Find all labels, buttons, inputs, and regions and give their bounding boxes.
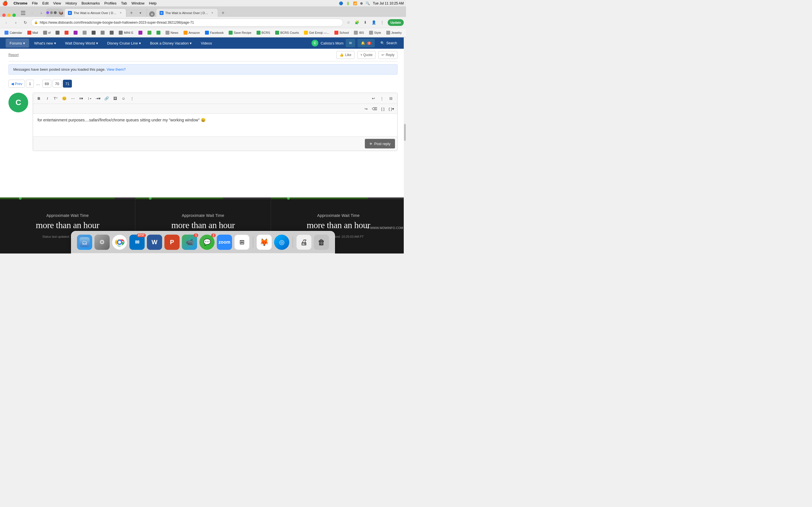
bookmark-amazon[interactable]: Amazon xyxy=(181,30,202,36)
minimize-window-btn[interactable] xyxy=(7,13,11,17)
bookmark-mini-e[interactable]: MINI E xyxy=(116,30,136,36)
redo-btn[interactable]: ↪ xyxy=(362,105,370,112)
preview-btn[interactable]: ⊟ xyxy=(387,95,395,102)
forward-nav-btn[interactable]: › xyxy=(12,18,20,26)
address-bar[interactable]: 🔒 https://www.disboards.com/threads/oogi… xyxy=(31,18,343,26)
dock-trash[interactable]: 🗑 xyxy=(314,235,329,250)
bookmark-style[interactable]: Style xyxy=(367,30,383,36)
bookmark-ibs[interactable]: IBS xyxy=(352,30,366,36)
link-btn[interactable]: 🔗 xyxy=(103,95,110,102)
tab-close-2[interactable]: × xyxy=(210,11,214,15)
history-menu[interactable]: History xyxy=(65,1,77,5)
bookmark-c1[interactable] xyxy=(53,30,62,36)
list-btn[interactable]: ≡▾ xyxy=(78,95,85,102)
dock-safari[interactable]: ◎ xyxy=(274,235,289,250)
profiles-menu[interactable]: Profiles xyxy=(104,1,116,5)
bookmark-calendar[interactable]: Calendar xyxy=(2,30,24,36)
tab-close-active[interactable]: × xyxy=(119,11,123,15)
apple-menu[interactable]: 🍎 xyxy=(2,1,8,6)
help-menu[interactable]: Help xyxy=(149,1,157,5)
text-size-btn[interactable]: T⁺ xyxy=(52,95,59,102)
dock-finder[interactable]: 🗂 xyxy=(77,235,92,250)
page-prev-btn[interactable]: ◀ Prev xyxy=(8,80,25,88)
download-btn[interactable]: ⬇ xyxy=(362,19,369,26)
forward-btn[interactable]: › xyxy=(37,9,45,17)
profile-btn[interactable]: 👤 xyxy=(370,19,377,26)
scrollbar-thumb[interactable] xyxy=(404,124,406,141)
quote-btn[interactable]: + Quote xyxy=(357,51,375,59)
page-btn-70[interactable]: 70 xyxy=(52,80,61,88)
bold-btn[interactable]: B xyxy=(35,95,43,102)
tab-group-left[interactable]: 🦦 xyxy=(46,8,63,17)
dock-printer[interactable]: 🖨 xyxy=(296,235,312,250)
page-btn-69[interactable]: 69 xyxy=(42,80,51,88)
bookmark-c2[interactable] xyxy=(107,30,116,36)
tab-menu[interactable]: Tab xyxy=(121,1,127,5)
app-name[interactable]: Chrome xyxy=(13,1,28,5)
reply-btn[interactable]: ↩ Reply xyxy=(378,51,398,59)
forum-nav-forums[interactable]: Forums ▾ xyxy=(6,39,29,48)
bookmark-n[interactable] xyxy=(145,30,154,36)
editor-content[interactable]: for entertainment purposes....safari/fir… xyxy=(33,114,397,136)
bookmark-facebook[interactable]: Facebook xyxy=(203,30,226,36)
bookmark-school[interactable]: School xyxy=(332,30,351,36)
alert-btn[interactable]: 🔔 2 xyxy=(357,39,375,47)
user-name[interactable]: Calista's Mom xyxy=(320,41,343,45)
page-btn-71-active[interactable]: 71 xyxy=(63,80,72,88)
italic-btn[interactable]: I xyxy=(44,95,51,102)
bookmark-bcrs-courts[interactable]: BCRS Courts xyxy=(273,30,301,36)
forum-nav-dcl[interactable]: Disney Cruise Line ▾ xyxy=(103,39,145,48)
tab-second-window[interactable]: D The Wait is Almost Over | Disn × xyxy=(156,8,218,17)
bookmark-bcrs[interactable]: BCRS xyxy=(254,30,273,36)
more-btn[interactable]: ⋮ xyxy=(128,95,136,102)
new-tab-btn[interactable]: + xyxy=(128,9,135,17)
reload-btn[interactable]: ↻ xyxy=(21,18,29,26)
align-btn[interactable]: ⫶▾ xyxy=(86,95,93,102)
bookmark-sf[interactable]: sf xyxy=(41,30,53,36)
bookmark-star-btn[interactable]: ☆ xyxy=(345,19,352,26)
dock-microsoft[interactable]: ⊞ xyxy=(234,235,250,250)
bookmark-b2[interactable] xyxy=(154,30,163,36)
bookmark-mail2[interactable] xyxy=(62,30,71,36)
eraser-btn[interactable]: ⌫ xyxy=(371,105,378,112)
bookmark-f1[interactable] xyxy=(71,30,80,36)
like-btn[interactable]: 👍 Like xyxy=(336,51,354,59)
forum-nav-wdw[interactable]: Walt Disney World ▾ xyxy=(61,39,102,48)
view-menu[interactable]: View xyxy=(53,1,61,5)
bookmark-f2[interactable] xyxy=(80,30,89,36)
dock-zoom[interactable]: zoom xyxy=(217,235,232,250)
bookmarks-menu[interactable]: Bookmarks xyxy=(82,1,100,5)
bookmark-mail[interactable]: Mail xyxy=(25,30,40,36)
dock-outlook[interactable]: ✉ 8737 xyxy=(130,235,145,250)
tab-menu-btn[interactable]: ▾ xyxy=(137,9,144,17)
search-icon[interactable]: 🔍 xyxy=(366,1,370,5)
more-formatting-btn[interactable]: ⋯ xyxy=(69,95,77,102)
emoji-btn[interactable]: ☺ xyxy=(120,95,127,102)
image-btn[interactable]: 🖼 xyxy=(111,95,119,102)
window-menu[interactable]: Window xyxy=(132,1,144,5)
post-reply-btn[interactable]: ✈ Post reply xyxy=(365,139,395,149)
notification-link[interactable]: View them? xyxy=(107,67,126,71)
back-nav-btn[interactable]: ‹ xyxy=(2,18,10,26)
control-center-icon[interactable]: ⊕ xyxy=(360,1,363,5)
close-window-btn[interactable] xyxy=(2,13,6,17)
dock-facetime[interactable]: 📹 1 xyxy=(182,235,197,250)
report-link[interactable]: Report xyxy=(8,53,18,57)
tab-active[interactable]: D The Wait is Almost Over | Disn × xyxy=(64,8,126,17)
dock-chrome[interactable] xyxy=(112,235,127,250)
bookmark-news[interactable]: News xyxy=(163,30,181,36)
bookmark-s1[interactable] xyxy=(98,30,107,36)
new-tab-btn-2[interactable]: + xyxy=(219,9,227,17)
file-menu[interactable]: File xyxy=(32,1,38,5)
dock-messages[interactable]: 💬 2 xyxy=(199,235,214,250)
edit-menu[interactable]: Edit xyxy=(42,1,49,5)
dock-powerpoint[interactable]: P xyxy=(164,235,180,250)
bookmark-save-recipe[interactable]: Save Recipe xyxy=(226,30,253,36)
indent-btn[interactable]: ⇥▾ xyxy=(94,95,102,102)
mail-btn[interactable]: ✉ xyxy=(346,39,355,47)
more-options-btn[interactable]: ⋮ xyxy=(378,95,386,102)
forum-nav-book[interactable]: Book a Disney Vacation ▾ xyxy=(146,39,196,48)
bookmark-k[interactable] xyxy=(136,30,145,36)
bookmark-therapy[interactable]: Therapy xyxy=(405,30,406,36)
undo-btn[interactable]: ↩ xyxy=(370,95,377,102)
